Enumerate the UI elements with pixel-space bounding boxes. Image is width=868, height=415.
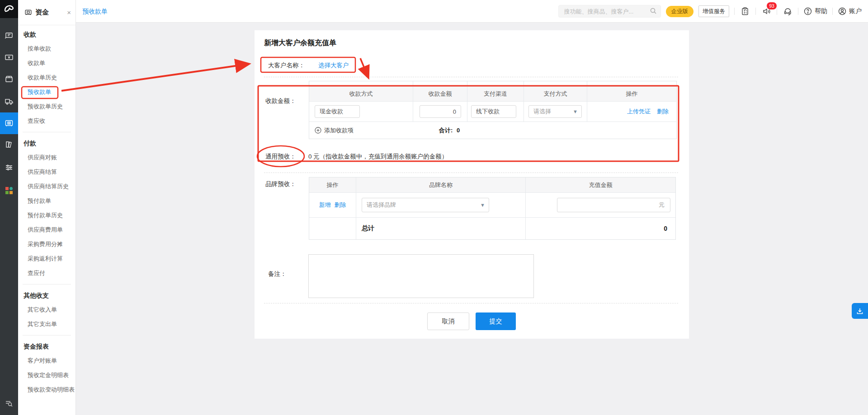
- col-header: 操作: [587, 87, 676, 101]
- remark-textarea[interactable]: [308, 254, 534, 298]
- divider: [777, 8, 777, 15]
- support-headset-icon[interactable]: [782, 6, 793, 17]
- add-payment-item-label: 添加收款项: [324, 126, 354, 135]
- sidebar-item-qita-zhichu[interactable]: 其它支出单: [18, 317, 75, 331]
- app-logo[interactable]: [0, 0, 18, 18]
- search-icon[interactable]: [650, 7, 657, 15]
- package-icon[interactable]: [4, 74, 14, 85]
- sidebar-item-qita-shouru[interactable]: 其它收入单: [18, 303, 75, 317]
- notification-badge: 93: [767, 2, 777, 9]
- brand-total-value: 0: [525, 218, 675, 239]
- sidebar-item-anjdanshoukuan[interactable]: 按单收款: [18, 42, 75, 56]
- select-customer-link[interactable]: 选择大客户: [318, 61, 349, 70]
- download-fab[interactable]: [852, 303, 868, 319]
- orders-icon[interactable]: [4, 30, 14, 41]
- page-title: 新增大客户余额充值单: [264, 38, 336, 48]
- payment-table-footer: 添加收款项 合计: 0: [309, 121, 676, 139]
- sidebar-item-yushoukuandan[interactable]: 预收款单: [18, 85, 75, 99]
- sidebar-item-gys-duizhang[interactable]: 供应商对账: [18, 150, 75, 165]
- help-button[interactable]: 帮助: [803, 7, 827, 16]
- search-input[interactable]: [558, 5, 661, 18]
- tasks-clipboard-icon[interactable]: [740, 6, 750, 17]
- sidebar-item-yushoukuan-biandong[interactable]: 预收款变动明细表: [18, 382, 75, 397]
- close-icon[interactable]: ×: [67, 9, 71, 16]
- col-header: 操作: [309, 177, 356, 192]
- content-area: 新增大客户余额充值单 大客户名称： 选择大客户 收款金额： 收款方式 收款金额 …: [76, 23, 868, 415]
- brand-table-header: 操作 品牌名称 充值金额: [309, 177, 675, 193]
- sidebar-item-caigou-fanli[interactable]: 采购返利计算: [18, 252, 75, 266]
- pay-way-value: 请选择: [533, 107, 551, 116]
- brand-select-placeholder: 请选择品牌: [367, 201, 396, 209]
- apps-grid-icon[interactable]: [4, 185, 14, 196]
- cancel-button[interactable]: 取消: [427, 312, 469, 330]
- module-title: 资金: [35, 8, 67, 17]
- vault-icon-active[interactable]: [0, 112, 18, 134]
- sidebar-header: 资金 ×: [18, 0, 75, 25]
- divider: [734, 8, 735, 15]
- sidebar-item-shoukuandan[interactable]: 收款单: [18, 56, 75, 70]
- cash-icon[interactable]: [4, 52, 14, 63]
- col-header: 收款金额: [413, 87, 467, 101]
- chevron-down-icon: ▼: [573, 109, 578, 114]
- sidebar-item-caigou-feiyong[interactable]: 采购费用分摊: [18, 237, 75, 252]
- list-search-icon[interactable]: [4, 398, 14, 409]
- delete-row-link[interactable]: 删除: [657, 107, 669, 116]
- sliders-icon[interactable]: [4, 162, 14, 173]
- general-prepaid-value: 0 元（指收款金额中，充值到通用余额账户的金额）: [308, 153, 448, 161]
- divider: [264, 303, 678, 303]
- col-header: 收款方式: [309, 87, 413, 101]
- brand-select[interactable]: 请选择品牌 ▼: [362, 198, 489, 212]
- plus-circle-icon: [315, 127, 321, 134]
- tab-yushoukuandan[interactable]: 预收款单: [82, 0, 108, 23]
- help-label: 帮助: [815, 7, 827, 15]
- payment-total-value: 0: [457, 127, 460, 134]
- sidebar-item-gys-jiesuan[interactable]: 供应商结算: [18, 165, 75, 179]
- sidebar-item-yufukuandan-history[interactable]: 预付款单历史: [18, 208, 75, 223]
- brand-amount-input[interactable]: [557, 198, 670, 212]
- brand-add-link[interactable]: 新增: [319, 201, 331, 209]
- sidebar-divider: [23, 284, 71, 284]
- edition-badge[interactable]: 企业版: [666, 6, 694, 17]
- ledger-icon[interactable]: [4, 139, 14, 150]
- add-payment-item-button[interactable]: 添加收款项: [315, 126, 354, 135]
- brand-table: 操作 品牌名称 充值金额 新增 删除 请选择品牌 ▼: [309, 177, 676, 240]
- payment-row: 请选择 ▼ 上传凭证 删除: [309, 102, 676, 121]
- col-header: 支付方式: [524, 87, 587, 101]
- currency-unit: 元: [659, 201, 665, 209]
- value-added-services-button[interactable]: 增值服务: [698, 5, 729, 17]
- menu-section-other: 其他收支: [18, 288, 75, 303]
- payment-amount-input[interactable]: [420, 105, 461, 118]
- truck-icon[interactable]: [4, 96, 14, 107]
- submit-button[interactable]: 提交: [476, 312, 516, 330]
- payment-method-input[interactable]: [315, 105, 360, 118]
- sidebar-item-kehu-duizhangdan[interactable]: 客户对账单: [18, 354, 75, 368]
- table-spacer-row: [309, 81, 676, 87]
- sidebar-item-chayingfu[interactable]: 查应付: [18, 266, 75, 280]
- brand-delete-link[interactable]: 删除: [335, 201, 346, 209]
- sidebar-item-yufukuandan[interactable]: 预付款单: [18, 194, 75, 208]
- announcement-icon[interactable]: 93: [761, 6, 772, 17]
- general-prepaid-label: 通用预收：: [265, 153, 296, 161]
- sidebar-item-yushoukuandan-history[interactable]: 预收款单历史: [18, 99, 75, 114]
- account-button[interactable]: 账户: [838, 7, 862, 16]
- app-root: 资金 × 收款 按单收款 收款单 收款单历史 预收款单 预收款单历史 查应收 付…: [0, 0, 868, 415]
- brand-logo-icon: [3, 3, 15, 15]
- recharge-form-panel: 新增大客户余额充值单 大客户名称： 选择大客户 收款金额： 收款方式 收款金额 …: [255, 30, 689, 339]
- sidebar-item-gys-jiesuan-history[interactable]: 供应商结算历史: [18, 179, 75, 194]
- sidebar-item-yushou-dingjin[interactable]: 预收定金明细表: [18, 368, 75, 382]
- payment-total: 合计: 0: [439, 126, 460, 135]
- col-header: 充值金额: [525, 177, 675, 192]
- topbar-actions: 企业版 增值服务 93 帮助 账户: [558, 0, 862, 23]
- sidebar-divider: [23, 335, 71, 336]
- payment-channel-input[interactable]: [471, 105, 516, 118]
- payment-total-label: 合计:: [439, 127, 453, 134]
- sidebar-item-gys-feiyongdan[interactable]: 供应商费用单: [18, 223, 75, 237]
- sidebar-item-shoukuandan-history[interactable]: 收款单历史: [18, 70, 75, 85]
- brand-table-footer: 总计 0: [309, 217, 675, 239]
- brand-total-label: 总计: [356, 218, 525, 239]
- sidebar-item-chayingshou[interactable]: 查应收: [18, 114, 75, 128]
- pay-way-select[interactable]: 请选择 ▼: [528, 105, 582, 118]
- module-sidebar: 资金 × 收款 按单收款 收款单 收款单历史 预收款单 预收款单历史 查应收 付…: [18, 0, 76, 415]
- menu-section-pay: 付款: [18, 136, 75, 150]
- upload-voucher-link[interactable]: 上传凭证: [627, 107, 651, 116]
